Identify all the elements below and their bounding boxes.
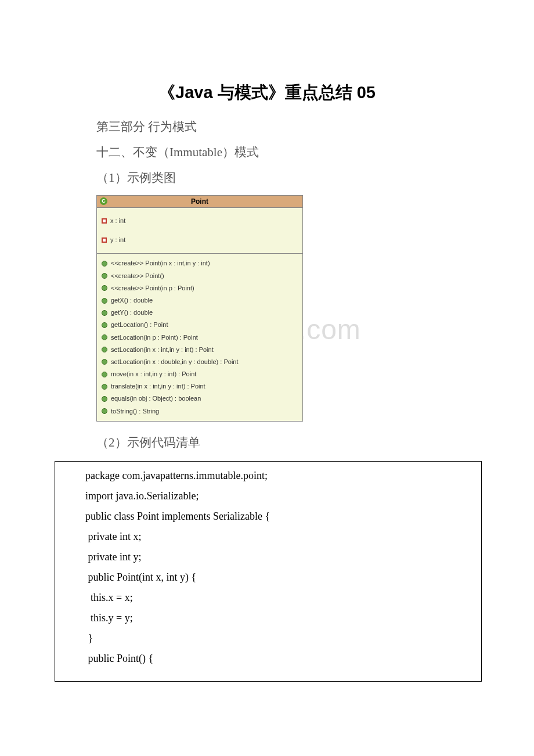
uml-method: toString() : String [97, 405, 302, 417]
uml-attributes-section: x : int y : int [97, 208, 302, 254]
uml-attribute-text: x : int [110, 217, 125, 225]
uml-method-text: translate(in x : int,in y : int) : Point [111, 383, 205, 390]
uml-class-name: Point [191, 197, 208, 206]
code-line: import java.io.Serializable; [85, 490, 451, 502]
uml-method-text: move(in x : int,in y : int) : Point [111, 370, 196, 378]
uml-method-text: getLocation() : Point [111, 321, 168, 329]
subsection-1: （1）示例类图 [52, 170, 482, 186]
uml-method: getLocation() : Point [97, 319, 302, 331]
public-marker-icon [102, 285, 107, 291]
section-heading: 第三部分 行为模式 [52, 118, 482, 135]
public-marker-icon [102, 310, 107, 316]
public-marker-icon [102, 384, 107, 390]
public-marker-icon [102, 396, 107, 402]
code-line: } [85, 632, 451, 645]
uml-method-text: <<create>> Point(in x : int,in y : int) [111, 260, 210, 267]
code-line: this.x = x; [85, 592, 451, 604]
public-marker-icon [102, 372, 107, 377]
uml-method-text: toString() : String [111, 408, 159, 415]
uml-method: equals(in obj : Object) : boolean [97, 393, 302, 405]
uml-method: move(in x : int,in y : int) : Point [97, 368, 302, 380]
uml-method: getX() : double [97, 294, 302, 307]
uml-attribute: y : int [97, 231, 302, 250]
uml-method: <<create>> Point() [97, 270, 302, 282]
page: 《Java 与模式》重点总结 05 第三部分 行为模式 十二、不变（Immuta… [0, 0, 534, 705]
public-marker-icon [102, 408, 107, 414]
uml-attribute-text: y : int [110, 236, 125, 244]
public-marker-icon [102, 334, 107, 340]
uml-method-text: <<create>> Point(in p : Point) [111, 285, 194, 292]
public-marker-icon [102, 261, 107, 267]
uml-method: setLocation(in p : Point) : Point [97, 332, 302, 344]
uml-class-diagram: C Point x : int y : int <<create>> Point… [96, 195, 303, 422]
uml-method-text: setLocation(in x : int,in y : int) : Poi… [111, 346, 214, 354]
uml-class-header: C Point [97, 196, 302, 208]
uml-methods-section: <<create>> Point(in x : int,in y : int) … [97, 254, 302, 420]
public-marker-icon [102, 273, 107, 279]
public-marker-icon [102, 359, 107, 365]
uml-method-text: setLocation(in x : double,in y : double)… [111, 358, 239, 366]
public-marker-icon [102, 322, 107, 328]
subsection-2: （2）示例代码清单 [52, 434, 482, 451]
uml-method: setLocation(in x : int,in y : int) : Poi… [97, 344, 302, 356]
private-marker-icon [102, 237, 107, 243]
class-icon: C [100, 197, 107, 205]
pattern-heading: 十二、不变（Immutable）模式 [52, 144, 482, 160]
code-line: this.y = y; [85, 612, 451, 624]
uml-method: <<create>> Point(in x : int,in y : int) [97, 257, 302, 269]
code-line: private int x; [85, 531, 451, 543]
code-line: public Point() { [85, 653, 451, 665]
public-marker-icon [102, 347, 107, 352]
uml-container: www.bingdoc.com C Point x : int y : int [52, 195, 482, 422]
public-marker-icon [102, 298, 107, 304]
uml-method-text: getY() : double [111, 309, 153, 316]
uml-attribute: x : int [97, 211, 302, 231]
uml-method-text: <<create>> Point() [111, 272, 164, 280]
code-listing: package com.javapatterns.immutable.point… [55, 461, 482, 682]
uml-method-text: setLocation(in p : Point) : Point [111, 334, 198, 341]
private-marker-icon [102, 218, 107, 224]
uml-method: <<create>> Point(in p : Point) [97, 282, 302, 294]
code-line: package com.javapatterns.immutable.point… [85, 470, 451, 482]
uml-method: translate(in x : int,in y : int) : Point [97, 380, 302, 393]
uml-method-text: equals(in obj : Object) : boolean [111, 395, 201, 402]
code-line: private int y; [85, 551, 451, 563]
uml-method-text: getX() : double [111, 297, 153, 304]
code-line: public Point(int x, int y) { [85, 571, 451, 584]
code-line: public class Point implements Serializab… [85, 510, 451, 523]
uml-method: setLocation(in x : double,in y : double)… [97, 356, 302, 368]
page-title: 《Java 与模式》重点总结 05 [52, 81, 482, 105]
uml-method: getY() : double [97, 307, 302, 319]
